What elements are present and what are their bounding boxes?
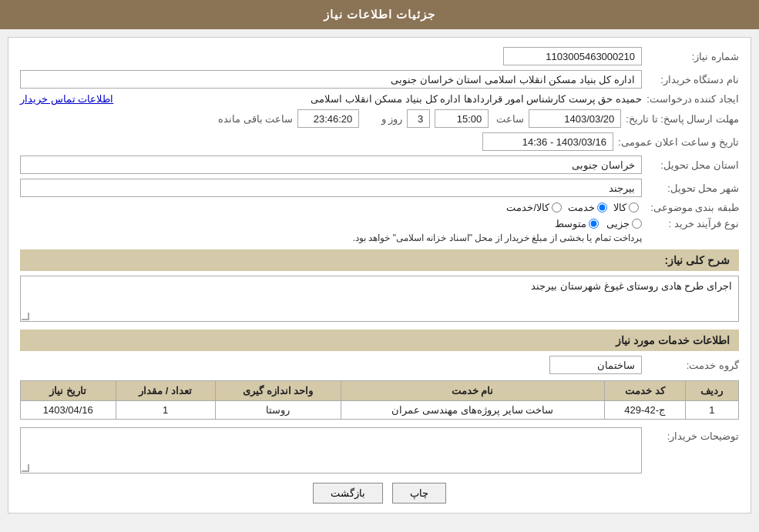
nofarayand-label: نوع فرآیند خرید : — [646, 218, 739, 229]
tawzihat-row: توضیحات خریدار: — [20, 427, 739, 473]
sharh-niaz-container: اجرای طرح هادی روستای غیوغ شهرستان بیرجن… — [20, 276, 739, 322]
cell-tedad: 1 — [116, 401, 215, 420]
tawzihat-resize-handle[interactable] — [22, 464, 29, 472]
tarikh-elan-value: 1403/03/16 - 14:36 — [482, 132, 613, 151]
nofarayand-line1: جزیی متوسط — [353, 218, 642, 229]
cell-name: ساخت سایر پروژه‌های مهندسی عمران — [341, 401, 604, 420]
saat-label: ساعت — [493, 113, 524, 125]
tarikh-elan-row: تاریخ و ساعت اعلان عمومی: 1403/03/16 - 1… — [20, 132, 739, 151]
col-radif: ردیف — [685, 381, 738, 401]
tabaqe-khedmat[interactable]: خدمت — [568, 202, 607, 213]
shomara-niaz-row: شماره نیاز: 1103005463000210 — [20, 47, 739, 65]
services-table: ردیف کد خدمت نام خدمت واحد اندازه گیری ت… — [20, 380, 739, 420]
grohe-label: گروه خدمت: — [646, 360, 739, 371]
mohlat-row: مهلت ارسال پاسخ: تا تاریخ: 1403/03/20 سا… — [20, 109, 739, 128]
nofarayand-jozi[interactable]: جزیی — [606, 218, 642, 229]
sharh-niaz-section-title: شرح کلی نیاز: — [20, 249, 739, 271]
baqi-value: 23:46:20 — [297, 109, 359, 128]
ostan-tahvil-row: استان محل تحویل: خراسان جنوبی — [20, 156, 739, 174]
tabaqe-kala[interactable]: کالا — [613, 202, 639, 213]
tabaqe-row: طبقه بندی موضوعی: کالا خدمت کالا/خدمت — [20, 202, 739, 213]
cell-kod: ج-42-429 — [604, 401, 685, 420]
nam-dastgah-value: اداره کل بنیاد مسکن انقلاب اسلامی استان … — [20, 70, 642, 89]
col-tarikh: تاریخ نیاز — [21, 381, 116, 401]
tawzihat-value — [20, 427, 642, 473]
ostan-tahvil-value: خراسان جنوبی — [20, 156, 642, 174]
nofarayand-row: نوع فرآیند خرید : جزیی متوسط پرداخت تمام… — [20, 218, 739, 243]
tawzihat-label: توضیحات خریدار: — [646, 427, 739, 442]
shahr-tahvil-row: شهر محل تحویل: بیرجند — [20, 179, 739, 197]
saat-value: 15:00 — [435, 109, 489, 128]
nofarayand-options: جزیی متوسط پرداخت تمام یا بخشی از مبلغ خ… — [353, 218, 642, 243]
ostan-tahvil-label: استان محل تحویل: — [646, 159, 739, 171]
nofarayand-motawaset[interactable]: متوسط — [555, 218, 599, 229]
shahr-tahvil-value: بیرجند — [20, 179, 642, 197]
tabaqe-kala-khedmat-radio[interactable] — [552, 202, 562, 212]
col-tedad: تعداد / مقدار — [116, 381, 215, 401]
grohe-row: گروه خدمت: ساختمان — [20, 356, 739, 374]
rooz-value: 3 — [407, 109, 430, 128]
baqi-label: ساعت باقی مانده — [216, 113, 293, 125]
ejad-konande-value: حمیده حق پرست کارشناس امور قراردادها ادا… — [118, 93, 642, 105]
rooz-label: روز و — [364, 113, 402, 125]
table-row: 1ج-42-429ساخت سایر پروژه‌های مهندسی عمرا… — [21, 401, 739, 420]
nam-dastgah-row: نام دستگاه خریدار: اداره کل بنیاد مسکن ا… — [20, 70, 739, 89]
col-name: نام خدمت — [341, 381, 604, 401]
mohlat-label: مهلت ارسال پاسخ: تا تاریخ: — [626, 113, 739, 125]
nofarayand-motawaset-radio[interactable] — [589, 219, 599, 229]
page-title: جزئیات اطلاعات نیاز — [0, 0, 759, 29]
tabaqe-kala-radio[interactable] — [629, 202, 639, 212]
cell-tarikh: 1403/04/16 — [21, 401, 116, 420]
shomara-niaz-value: 1103005463000210 — [503, 47, 642, 65]
khadamat-section-title: اطلاعات خدمات مورد نیاز — [20, 330, 739, 351]
tamas-kharidar-link[interactable]: اطلاعات تماس خریدار — [20, 93, 113, 105]
col-vahed: واحد اندازه گیری — [215, 381, 341, 401]
sharh-resize-handle[interactable] — [22, 313, 29, 320]
tabaqe-khedmat-radio[interactable] — [597, 202, 607, 212]
tabaqe-kala-khedmat[interactable]: کالا/خدمت — [506, 202, 562, 213]
back-button[interactable]: بازگشت — [313, 483, 383, 504]
print-button[interactable]: چاپ — [392, 483, 446, 504]
ejad-konande-label: ایجاد کننده درخواست: — [646, 93, 739, 105]
tabaqe-options: کالا خدمت کالا/خدمت — [506, 202, 639, 213]
ejad-konande-row: ایجاد کننده درخواست: حمیده حق پرست کارشن… — [20, 93, 739, 105]
tarikh-value: 1403/03/20 — [529, 109, 621, 128]
tarikh-elan-label: تاریخ و ساعت اعلان عمومی: — [618, 136, 739, 148]
nofarayand-note: پرداخت تمام یا بخشی از مبلغ خریدار از مح… — [353, 233, 642, 243]
shahr-tahvil-label: شهر محل تحویل: — [646, 182, 739, 194]
sharh-niaz-value: اجرای طرح هادی روستای غیوغ شهرستان بیرجن… — [20, 276, 739, 322]
col-kod: کد خدمت — [604, 381, 685, 401]
cell-vahed: روستا — [215, 401, 341, 420]
grohe-value: ساختمان — [549, 356, 642, 374]
buttons-row: چاپ بازگشت — [20, 483, 739, 504]
tabaqe-label: طبقه بندی موضوعی: — [646, 202, 739, 213]
shomara-niaz-label: شماره نیاز: — [646, 51, 739, 62]
cell-radif: 1 — [685, 401, 738, 420]
nofarayand-jozi-radio[interactable] — [632, 219, 642, 229]
nam-dastgah-label: نام دستگاه خریدار: — [646, 74, 739, 85]
